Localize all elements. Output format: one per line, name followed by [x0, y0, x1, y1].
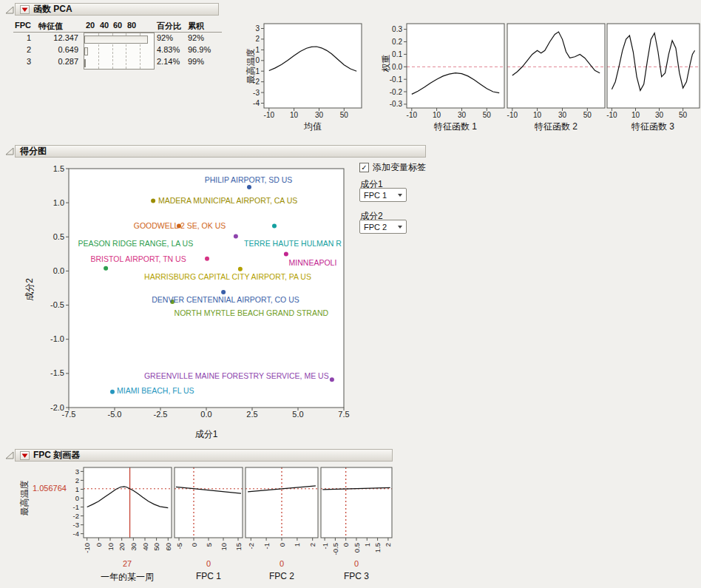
svg-text:MADERA MUNICIPAL AIRPORT, CA U: MADERA MUNICIPAL AIRPORT, CA US — [158, 196, 297, 205]
profiler-factor-label: 一年的某一周 — [83, 571, 172, 584]
svg-text:1.5: 1.5 — [373, 543, 382, 552]
svg-text:3: 3 — [75, 467, 79, 476]
svg-text:-2: -2 — [247, 543, 255, 549]
svg-text:-10: -10 — [507, 111, 518, 119]
red-triangle-menu-icon[interactable] — [20, 451, 30, 460]
svg-text:0: 0 — [75, 494, 79, 502]
svg-text:10: 10 — [106, 543, 115, 551]
table-cell-percent: 92% — [157, 33, 173, 42]
profiler-cell-week[interactable]: 3210-1-2-3-4-100102030405060 — [69, 464, 173, 565]
col-header-fpc: FPC — [15, 21, 31, 30]
svg-text:-10: -10 — [407, 111, 418, 119]
svg-text:-10: -10 — [264, 111, 275, 119]
svg-text:-7.5: -7.5 — [62, 410, 76, 419]
svg-text:1: 1 — [363, 543, 371, 547]
profiler-ylabel: 最高温度 — [18, 468, 31, 529]
svg-text:30: 30 — [655, 111, 664, 119]
svg-text:30: 30 — [458, 111, 467, 119]
add-variable-labels-checkbox[interactable]: ✓ 添加变量标签 — [359, 161, 426, 174]
svg-text:0: 0 — [190, 543, 198, 547]
score-plot-xlabel: 成分1 — [162, 428, 251, 441]
chevron-down-icon — [398, 226, 402, 229]
table-cell-fpc: 3 — [13, 57, 31, 66]
svg-text:-4: -4 — [253, 99, 260, 107]
profiler-factor-value[interactable]: 27 — [83, 559, 172, 568]
svg-text:PEASON RIDGE RANGE, LA US: PEASON RIDGE RANGE, LA US — [78, 239, 193, 248]
svg-text:-1: -1 — [73, 503, 79, 511]
svg-text:1: 1 — [75, 485, 79, 493]
svg-text:0.0: 0.0 — [53, 266, 64, 275]
eigen-bar-1 — [84, 36, 148, 44]
mean-function-plot: 3210-1-2-3-4-10103050 — [242, 19, 366, 130]
svg-text:-10: -10 — [606, 111, 617, 119]
profiler-factor-value[interactable]: 0 — [312, 559, 401, 568]
svg-text:-2: -2 — [73, 512, 79, 520]
bar-scale-40: 40 — [97, 21, 112, 30]
component2-select[interactable]: FPC 2 — [359, 220, 407, 234]
profiler-section-header[interactable]: FPC 刻画器 — [15, 449, 393, 462]
svg-text:0.0: 0.0 — [200, 410, 211, 419]
score-section-header[interactable]: 得分图 — [15, 145, 426, 158]
svg-text:PHILIP AIRPORT, SD US: PHILIP AIRPORT, SD US — [205, 175, 293, 184]
table-cell-cumulative: 92% — [188, 33, 204, 42]
disclosure-icon-score[interactable] — [4, 146, 15, 157]
svg-text:1: 1 — [293, 543, 301, 547]
col-header-cumulative: 累积 — [188, 21, 204, 32]
svg-text:50: 50 — [340, 111, 349, 119]
svg-text:2: 2 — [255, 35, 260, 43]
svg-text:30: 30 — [129, 543, 138, 551]
svg-text:-1: -1 — [321, 543, 329, 549]
svg-text:-0.1: -0.1 — [390, 75, 403, 84]
svg-text:0.3: 0.3 — [392, 25, 402, 33]
svg-text:60: 60 — [164, 543, 172, 551]
eigenvalue-bar-chart — [84, 33, 155, 70]
svg-text:-0.5: -0.5 — [331, 543, 339, 555]
score-plot[interactable]: PHILIP AIRPORT, SD USMADERA MUNICIPAL AI… — [21, 160, 353, 435]
svg-text:0.2: 0.2 — [392, 38, 402, 46]
eigenfunction-1-xlabel: 特征函数 1 — [411, 121, 500, 133]
svg-text:-0.5: -0.5 — [50, 300, 64, 309]
svg-text:GREENVILLE MAINE FORESTRY SERV: GREENVILLE MAINE FORESTRY SERVICE, ME US — [144, 371, 329, 380]
disclosure-icon-profiler[interactable] — [4, 450, 15, 461]
component1-select[interactable]: FPC 1 — [359, 188, 407, 202]
svg-text:0: 0 — [255, 56, 260, 64]
svg-text:TERRE HAUTE HULMAN R: TERRE HAUTE HULMAN R — [244, 239, 342, 248]
profiler-cell-fpc2[interactable]: -2-1012 — [244, 464, 319, 565]
table-cell-percent: 2.14% — [157, 57, 180, 66]
svg-text:50: 50 — [152, 543, 160, 551]
jmp-report-window: 函数 PCA FPC 特征值 20 40 60 80 百分比 累积 1 12.3… — [0, 0, 701, 588]
checkbox-checked-icon[interactable]: ✓ — [359, 163, 369, 172]
svg-text:1.5: 1.5 — [53, 164, 64, 173]
table-cell-percent: 4.83% — [157, 45, 180, 54]
svg-text:2: 2 — [308, 543, 316, 547]
svg-text:3: 3 — [255, 24, 260, 33]
disclosure-icon-pca[interactable] — [4, 5, 15, 16]
svg-text:7.5: 7.5 — [338, 410, 349, 419]
mean-plot-xlabel: 均值 — [264, 121, 362, 133]
bar-scale-60: 60 — [110, 21, 125, 30]
svg-text:NORTH MYRTLE BEACH GRAND STRAN: NORTH MYRTLE BEACH GRAND STRAND — [175, 308, 329, 317]
svg-text:10: 10 — [433, 111, 441, 119]
svg-text:0.0: 0.0 — [392, 63, 402, 71]
eigen-bar-2 — [84, 47, 88, 55]
svg-text:-5: -5 — [175, 543, 183, 549]
svg-text:-0.3: -0.3 — [390, 100, 403, 108]
svg-text:50: 50 — [679, 111, 688, 119]
red-triangle-menu-icon[interactable] — [20, 5, 30, 14]
svg-text:10: 10 — [631, 111, 640, 119]
svg-text:30: 30 — [558, 111, 567, 119]
profiler-cell-fpc1[interactable]: -5051015 — [173, 464, 244, 565]
pca-section-header[interactable]: 函数 PCA — [15, 3, 219, 16]
profiler-cell-fpc3[interactable]: -1-0.500.511.52 — [319, 464, 393, 565]
svg-text:-1: -1 — [263, 543, 271, 549]
svg-text:1.0: 1.0 — [53, 198, 64, 207]
svg-text:5: 5 — [205, 543, 213, 547]
table-cell-eigenvalue: 12.347 — [35, 33, 78, 42]
svg-text:1: 1 — [255, 46, 260, 54]
svg-text:2: 2 — [75, 476, 79, 484]
svg-text:2: 2 — [384, 543, 392, 547]
svg-text:-1: -1 — [253, 67, 260, 75]
svg-text:0: 0 — [278, 543, 286, 547]
profiler-section-title: FPC 刻画器 — [33, 449, 80, 462]
table-cell-cumulative: 96.9% — [188, 45, 211, 54]
